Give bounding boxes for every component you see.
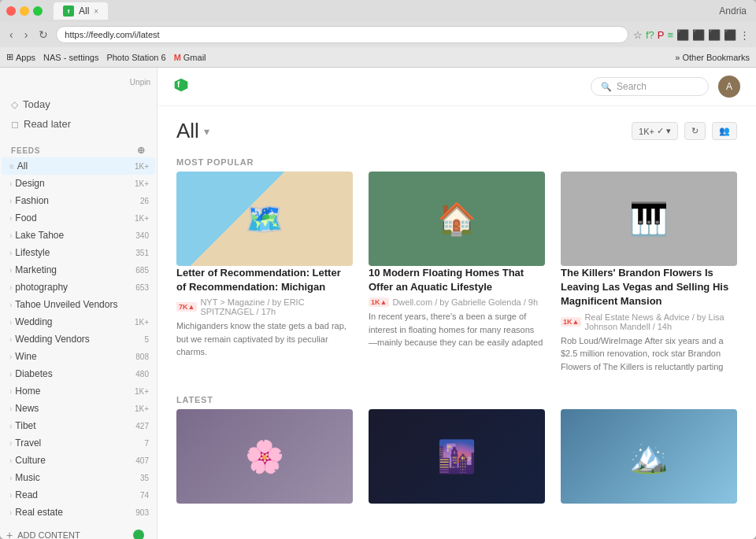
feed-item-marketing[interactable]: › Marketing 685 [2, 261, 155, 279]
bookmark-gmail[interactable]: M Gmail [174, 53, 206, 62]
read-later-icon: ◻ [11, 119, 19, 130]
feed-count-diabetes: 480 [135, 370, 149, 378]
add-content-label: ADD CONTENT [17, 530, 80, 539]
app-container: Unpin ◇ Today ◻ Read later FEEDS ⊕ ≡ All [0, 68, 756, 539]
refresh-button[interactable]: ↻ [684, 122, 706, 140]
tab-close-icon[interactable]: × [94, 7, 98, 16]
feed-label-wedding-vendors: Wedding Vendors [15, 334, 144, 345]
chevron-down-icon: ▾ [666, 126, 671, 136]
feed-item-diabetes[interactable]: › Diabetes 480 [2, 365, 155, 382]
svg-marker-0 [175, 78, 188, 91]
feedly-logo: f [173, 77, 189, 97]
feed-item-read[interactable]: › Read 74 [2, 486, 155, 504]
feed-item-news[interactable]: › News 1K+ [2, 400, 155, 417]
feed-item-photography[interactable]: › photography 653 [2, 279, 155, 296]
card-desc-0: Michiganders know the state gets a bad r… [176, 319, 353, 359]
add-content-bar[interactable]: + ADD CONTENT [0, 524, 157, 539]
latest-card-image-0: 🌸 [176, 409, 353, 504]
other-bookmarks[interactable]: » Other Bookmarks [675, 53, 750, 62]
popular-card-0[interactable]: 🗺️ Letter of Recommendation: Letter of R… [176, 172, 353, 373]
card-title-1: 10 Modern Floating Homes That Offer an A… [369, 266, 545, 294]
nav-icons: ☆ f? P ≡ ⬛ ⬛ ⬛ ⬛ ⋮ [633, 29, 750, 41]
mark-read-button[interactable]: 1K+ ✓ ▾ [632, 122, 678, 140]
forward-button[interactable]: › [21, 27, 32, 42]
ext-icon1[interactable]: ⬛ [676, 29, 689, 41]
card-badge-0: 7K▲ [176, 302, 197, 312]
refresh-icon: ↻ [691, 126, 699, 136]
search-placeholder: Search [617, 81, 647, 92]
today-label: Today [23, 98, 50, 110]
feed-item-culture[interactable]: › Culture 407 [2, 452, 155, 469]
tab-bar: f All × [54, 2, 714, 20]
card-source-1: Dwell.com / by Gabrielle Golenda / 9h [392, 297, 538, 307]
feed-item-tahoe[interactable]: › Tahoe Unveiled Vendors [2, 296, 155, 313]
add-content-icon: + [6, 529, 13, 539]
bookmark-photo[interactable]: Photo Station 6 [106, 53, 165, 62]
card-title-0: Letter of Recommendation: Letter of Reco… [176, 266, 353, 294]
feedly-icon[interactable]: f? [646, 29, 654, 41]
feed-item-wine[interactable]: › Wine 808 [2, 348, 155, 365]
pinterest-icon[interactable]: P [658, 29, 665, 41]
sidebar-item-read-later[interactable]: ◻ Read later [6, 114, 150, 134]
feed-title-chevron-icon[interactable]: ▾ [204, 125, 209, 138]
reload-button[interactable]: ↻ [35, 27, 51, 42]
feed-count-travel: 7 [144, 439, 149, 448]
ext-icon3[interactable]: ⬛ [708, 29, 721, 41]
active-tab[interactable]: f All × [54, 2, 108, 20]
feed-count-fashion: 26 [140, 197, 149, 205]
feed-label-all: All [17, 161, 135, 172]
feed-count-all: 1K+ [135, 162, 149, 171]
chevron-home-icon: › [9, 387, 12, 396]
header-right: 🔍 Search A [591, 76, 740, 98]
chevron-fashion-icon: › [9, 197, 12, 205]
sidebar: Unpin ◇ Today ◻ Read later FEEDS ⊕ ≡ All [0, 68, 158, 539]
feed-item-design[interactable]: › Design 1K+ [2, 175, 155, 192]
card-badge-1: 1K▲ [369, 297, 389, 307]
address-bar[interactable]: https://feedly.com/i/latest [56, 26, 628, 43]
chevron-tibet-icon: › [9, 422, 12, 430]
unpin-button[interactable]: Unpin [130, 78, 150, 87]
chevron-music-icon: › [9, 474, 12, 482]
feed-item-music[interactable]: › Music 35 [2, 469, 155, 486]
feed-item-lifestyle[interactable]: › Lifestyle 351 [2, 244, 155, 261]
feed-item-fashion[interactable]: › Fashion 26 [2, 192, 155, 209]
feed-item-wedding[interactable]: › Wedding 1K+ [2, 313, 155, 330]
feeds-add-icon[interactable]: ⊕ [137, 145, 146, 156]
team-button[interactable]: 👥 [712, 122, 737, 140]
feed-item-tibet[interactable]: › Tibet 427 [2, 417, 155, 434]
close-button[interactable] [6, 6, 16, 16]
avatar[interactable]: A [718, 76, 740, 98]
feedly-icon2[interactable]: ≡ [667, 29, 673, 41]
feed-item-real-estate[interactable]: › Real estate 903 [2, 504, 155, 521]
menu-icon[interactable]: ⋮ [739, 29, 750, 41]
card-meta-0: 7K▲ NYT > Magazine / by ERIC SPITZNAGEL … [176, 297, 353, 316]
bookmark-nas[interactable]: NAS - settings [43, 53, 98, 62]
popular-card-2[interactable]: 🎹 The Killers' Brandon Flowers Is Leavin… [561, 172, 737, 373]
search-box[interactable]: 🔍 Search [591, 77, 709, 96]
ext-icon2[interactable]: ⬛ [692, 29, 705, 41]
ext-icon4[interactable]: ⬛ [724, 29, 736, 41]
sidebar-item-today[interactable]: ◇ Today [6, 94, 150, 114]
feed-item-home[interactable]: › Home 1K+ [2, 382, 155, 400]
latest-card-1[interactable]: 🌆 [369, 409, 545, 504]
back-button[interactable]: ‹ [6, 27, 17, 42]
fullscreen-button[interactable] [33, 6, 43, 16]
nav-bar: ‹ › ↻ https://feedly.com/i/latest ☆ f? P… [0, 22, 756, 47]
feed-item-food[interactable]: › Food 1K+ [2, 209, 155, 227]
feed-item-lake-tahoe[interactable]: › Lake Tahoe 340 [2, 227, 155, 244]
feed-label-lake-tahoe: Lake Tahoe [15, 230, 135, 241]
window-user: Andria [719, 6, 750, 17]
feed-item-travel[interactable]: › Travel 7 [2, 434, 155, 452]
latest-card-2[interactable]: 🏔️ [561, 409, 737, 504]
latest-card-0[interactable]: 🌸 [176, 409, 353, 504]
bookmark-star-icon[interactable]: ☆ [633, 29, 643, 41]
minimize-button[interactable] [20, 6, 29, 16]
feed-item-all[interactable]: ≡ All 1K+ [2, 157, 155, 175]
chevron-lake-icon: › [9, 231, 12, 240]
feed-label-fashion: Fashion [15, 195, 140, 206]
feed-item-wedding-vendors[interactable]: › Wedding Vendors 5 [2, 330, 155, 348]
bookmark-apps[interactable]: ⊞ Apps [6, 52, 35, 62]
card-source-0: NYT > Magazine / by ERIC SPITZNAGEL / 17… [200, 297, 353, 316]
apps-grid-icon: ⊞ [6, 52, 13, 62]
popular-card-1[interactable]: 🏠 10 Modern Floating Homes That Offer an… [369, 172, 545, 373]
